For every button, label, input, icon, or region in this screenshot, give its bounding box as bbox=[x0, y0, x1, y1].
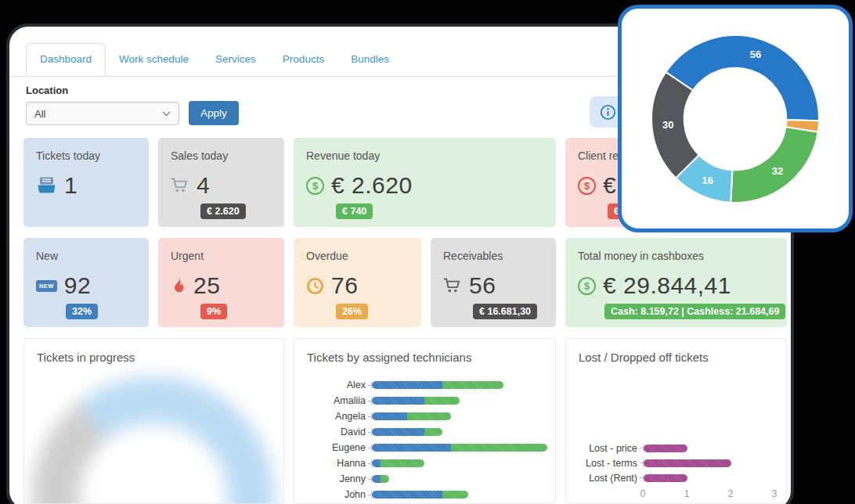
card-sales-today: Sales today 4 € 2.620 bbox=[158, 138, 284, 227]
card-title: New bbox=[36, 250, 136, 262]
bar-row: Lost (Rent) bbox=[579, 470, 778, 485]
tab-products[interactable]: Products bbox=[269, 44, 337, 74]
bar-segment-green bbox=[451, 444, 547, 452]
flame-icon bbox=[171, 276, 186, 295]
bar-row-label: David bbox=[307, 427, 368, 437]
location-select-value: All bbox=[34, 108, 45, 120]
donut-segment bbox=[666, 35, 819, 121]
lost-bar-chart: Lost - price Lost - terms Lost (Rent) 01… bbox=[579, 441, 778, 501]
card-title: Revenue today bbox=[306, 149, 543, 162]
bar-segment-green bbox=[381, 459, 424, 467]
card-title: Overdue bbox=[306, 250, 409, 262]
inbox-icon bbox=[36, 177, 57, 194]
bar-segment bbox=[644, 474, 687, 482]
x-axis: 0123 bbox=[579, 488, 778, 501]
bar-segment-blue bbox=[372, 397, 424, 405]
card-badge: € 740 bbox=[336, 203, 373, 219]
bar-row: Jenny bbox=[307, 471, 547, 487]
card-value: 4 bbox=[197, 172, 210, 199]
card-tickets-in-progress: Tickets in progress bbox=[23, 338, 284, 504]
chart-cards-row: Tickets in progress Tickets by assigned … bbox=[23, 338, 787, 504]
donut-segment-label: 32 bbox=[772, 165, 783, 177]
bar-segment-blue bbox=[372, 381, 442, 389]
x-axis-tick-label: 2 bbox=[728, 488, 734, 499]
bar-row-label: Eugene bbox=[307, 442, 368, 453]
x-axis-tick-label: 3 bbox=[772, 488, 777, 499]
card-receivables: Receivables 56 € 16.681,30 bbox=[431, 238, 556, 327]
bar-segment-blue bbox=[372, 428, 424, 436]
clock-icon bbox=[306, 277, 324, 295]
card-title: Tickets today bbox=[36, 149, 136, 162]
donut-segment-label: 56 bbox=[750, 48, 761, 59]
bar-row-label: John bbox=[307, 489, 368, 500]
page-background: { "tabs": ["Dashboard", "Work schedule",… bbox=[0, 0, 855, 504]
bar-row: Lost - terms bbox=[579, 455, 778, 470]
card-value: 25 bbox=[193, 272, 220, 299]
bar-row-label: Lost (Rent) bbox=[579, 473, 640, 484]
bar-row-label: Alex bbox=[307, 380, 368, 391]
tab-work-schedule[interactable]: Work schedule bbox=[106, 44, 202, 74]
x-axis-tick-label: 0 bbox=[640, 488, 646, 499]
bar-row: Lost - price bbox=[579, 441, 778, 455]
new-chip-icon: NEW bbox=[36, 280, 57, 292]
card-revenue-today: Revenue today $ € 2.620 € 740 bbox=[294, 138, 556, 227]
tab-bundles[interactable]: Bundles bbox=[337, 44, 402, 74]
bar-row: Amaliia bbox=[307, 393, 547, 409]
card-total-money: Total money in cashboxes $ € 29.844,41 C… bbox=[565, 238, 787, 327]
bar-row-label: Angela bbox=[307, 411, 368, 422]
location-label: Location bbox=[26, 85, 68, 96]
bar-row-label: Hanna bbox=[307, 458, 368, 469]
tickets-in-progress-chart bbox=[32, 376, 275, 504]
location-select[interactable]: All bbox=[26, 102, 179, 125]
card-tickets-today: Tickets today 1 bbox=[23, 138, 149, 227]
bar-segment-green bbox=[442, 381, 503, 389]
bar-row: Alex bbox=[307, 377, 547, 393]
card-value: 1 bbox=[64, 172, 78, 199]
bar-row-label: Jenny bbox=[307, 473, 368, 484]
card-title: Total money in cashboxes bbox=[578, 250, 774, 262]
card-value: 92 bbox=[64, 272, 91, 299]
cart-icon bbox=[443, 278, 462, 293]
card-technicians-chart: Tickets by assigned technicians Alex Ama… bbox=[294, 338, 556, 504]
card-title: Sales today bbox=[171, 149, 272, 162]
dollar-circle-icon: $ bbox=[578, 277, 596, 295]
technicians-bar-chart: Alex Amaliia Angela David bbox=[307, 377, 547, 502]
tab-services[interactable]: Services bbox=[202, 44, 269, 74]
donut-segment-label: 16 bbox=[702, 174, 713, 185]
card-badge: Cash: 8.159,72 | Cashless: 21.684,69 bbox=[604, 304, 785, 319]
card-urgent: Urgent 25 9% bbox=[158, 238, 284, 327]
bar-segment-blue bbox=[372, 491, 442, 499]
bar-row: David bbox=[307, 424, 547, 440]
bar-segment-blue bbox=[372, 475, 381, 483]
chart-title: Tickets by assigned technicians bbox=[307, 351, 543, 364]
card-overdue: Overdue 76 26% bbox=[294, 238, 421, 327]
status-donut-card: 56321630 bbox=[618, 5, 853, 232]
bar-segment-blue bbox=[372, 444, 451, 452]
chevron-down-icon bbox=[162, 111, 171, 117]
apply-button[interactable]: Apply bbox=[189, 101, 239, 125]
chart-title: Tickets in progress bbox=[37, 351, 271, 364]
bar-segment-blue bbox=[372, 412, 407, 420]
bar-row: Eugene bbox=[307, 440, 547, 455]
card-new: New NEW 92 32% bbox=[23, 238, 149, 327]
bar-row: Angela bbox=[307, 409, 547, 424]
tab-dashboard[interactable]: Dashboard bbox=[26, 43, 106, 75]
bar-segment-green bbox=[442, 491, 469, 499]
stat-cards-row-2: New NEW 92 32% Urgent 25 9% Overdue bbox=[23, 238, 787, 327]
card-value: 56 bbox=[469, 272, 496, 299]
card-badge: 32% bbox=[66, 304, 98, 319]
bar-segment-green bbox=[381, 475, 389, 483]
bar-segment-green bbox=[424, 397, 460, 405]
dollar-circle-icon: $ bbox=[578, 177, 596, 195]
card-value: 76 bbox=[331, 272, 358, 299]
donut-segment-label: 30 bbox=[662, 119, 673, 131]
status-donut-chart: 56321630 bbox=[622, 10, 848, 228]
bar-segment bbox=[644, 445, 687, 452]
card-badge: € 16.681,30 bbox=[473, 304, 537, 319]
bar-segment bbox=[644, 459, 731, 467]
card-value: € 2.620 bbox=[331, 172, 413, 199]
card-value: € 29.844,41 bbox=[603, 272, 731, 299]
bar-segment-green bbox=[424, 428, 442, 436]
bar-row-label: Amaliia bbox=[307, 395, 368, 406]
bar-segment-blue bbox=[372, 459, 381, 467]
